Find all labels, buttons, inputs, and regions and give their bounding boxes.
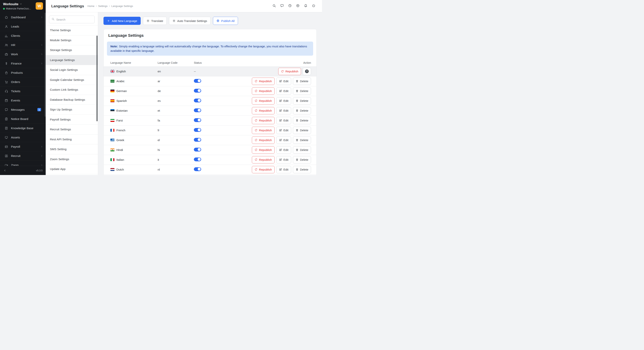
- sidebar-scrollbar[interactable]: [45, 13, 46, 117]
- republish-button-hindi[interactable]: Republish: [252, 146, 274, 154]
- status-toggle-spanish[interactable]: [194, 99, 201, 102]
- status-toggle-dutch[interactable]: [194, 167, 201, 171]
- republish-button-french[interactable]: Republish: [252, 127, 274, 134]
- translate-button[interactable]: Translate: [143, 17, 167, 25]
- republish-button-estonian[interactable]: Republish: [252, 107, 274, 114]
- republish-button-german[interactable]: Republish: [252, 87, 274, 95]
- action-cell: RepublishEditDelete: [252, 107, 311, 114]
- settings-nav-item-update-app[interactable]: Update App: [46, 164, 98, 174]
- sidebar-item-work[interactable]: Work: [0, 50, 46, 59]
- delete-button-greek[interactable]: Delete: [293, 136, 311, 144]
- status-toggle-arabic[interactable]: [194, 79, 201, 83]
- refresh-icon: [254, 109, 258, 112]
- delete-button-estonian[interactable]: Delete: [293, 107, 311, 114]
- edit-button-italian[interactable]: Edit: [276, 156, 291, 163]
- sidebar-item-hr[interactable]: HR: [0, 40, 46, 50]
- status-toggle-french[interactable]: [194, 128, 201, 132]
- sidebar-item-orders[interactable]: Orders: [0, 77, 46, 87]
- edit-button-spanish[interactable]: Edit: [276, 97, 291, 104]
- settings-nav-item-theme-settings[interactable]: Theme Settings: [46, 25, 98, 35]
- breadcrumb-item-settings[interactable]: Settings: [98, 4, 108, 7]
- search-button[interactable]: [272, 4, 276, 8]
- sidebar-item-notice-board[interactable]: Notice Board: [0, 114, 46, 124]
- delete-button-italian[interactable]: Delete: [293, 156, 311, 163]
- delete-button-arabic[interactable]: Delete: [293, 78, 311, 85]
- sidebar-item-knowledge-base[interactable]: Knowledge Base: [0, 124, 46, 133]
- sidebar-item-leads[interactable]: Leads: [0, 22, 46, 31]
- sidebar-item-finance[interactable]: Finance: [0, 59, 46, 68]
- sidebar-item-assets[interactable]: Assets: [0, 133, 46, 142]
- collapse-sidebar-button[interactable]: [4, 169, 6, 172]
- settings-search-input[interactable]: [56, 18, 92, 21]
- settings-nav-item-google-calendar-settings[interactable]: Google Calendar Settings: [46, 75, 98, 85]
- settings-nav-item-recruit-settings[interactable]: Recruit Settings: [46, 125, 98, 135]
- breadcrumb-item-language-settings[interactable]: Language Settings: [112, 4, 133, 7]
- sidebar-item-tickets[interactable]: Tickets: [0, 87, 46, 96]
- edit-button-arabic[interactable]: Edit: [276, 78, 291, 85]
- sidebar-item-label: Recruit: [11, 154, 38, 158]
- settings-nav-item-social-login-settings[interactable]: Social Login Settings: [46, 65, 98, 75]
- add-new-language-button[interactable]: Add New Language: [104, 17, 141, 25]
- breadcrumb-item-home[interactable]: Home: [88, 4, 94, 7]
- status-toggle-german[interactable]: [194, 89, 201, 93]
- republish-button-spanish[interactable]: Republish: [252, 97, 274, 104]
- delete-button-dutch[interactable]: Delete: [293, 166, 311, 173]
- edit-button-french[interactable]: Edit: [276, 127, 291, 134]
- republish-button-arabic[interactable]: Republish: [252, 78, 274, 85]
- delete-button-hindi[interactable]: Delete: [293, 146, 311, 154]
- republish-button-farsi[interactable]: Republish: [252, 117, 274, 124]
- sidebar-item-products[interactable]: Products: [0, 68, 46, 77]
- app-logo[interactable]: W: [36, 2, 43, 10]
- language-status-cell: [194, 138, 252, 142]
- settings-nav-item-sign-up-settings[interactable]: Sign Up Settings: [46, 105, 98, 115]
- delete-button-spanish[interactable]: Delete: [293, 97, 311, 104]
- settings-nav-item-custom-link-settings[interactable]: Custom Link Settings: [46, 85, 98, 95]
- power-button[interactable]: [312, 4, 316, 8]
- sidebar-item-events[interactable]: Events: [0, 96, 46, 105]
- delete-button-french[interactable]: Delete: [293, 127, 311, 134]
- edit-label: Edit: [284, 138, 288, 142]
- status-toggle-hindi[interactable]: [194, 148, 201, 151]
- workspace-switcher[interactable]: Worksuite: [3, 2, 31, 6]
- plus-circle-button[interactable]: [296, 4, 300, 8]
- sidebar-item-recruit[interactable]: Recruit: [0, 151, 46, 161]
- edit-button-dutch[interactable]: Edit: [276, 166, 291, 173]
- settings-nav-item-payroll-settings[interactable]: Payroll Settings: [46, 115, 98, 125]
- sidebar-item-messages[interactable]: Messages1: [0, 105, 46, 114]
- settings-nav-item-language-settings[interactable]: Language Settings: [46, 55, 98, 65]
- sidebar-item-clients[interactable]: Clients: [0, 31, 46, 40]
- edit-button-hindi[interactable]: Edit: [276, 146, 291, 154]
- delete-button-farsi[interactable]: Delete: [293, 117, 311, 124]
- republish-button-dutch[interactable]: Republish: [252, 166, 274, 173]
- auto-translate-settings-button[interactable]: Auto Translate Settings: [169, 17, 210, 25]
- edit-button-greek[interactable]: Edit: [276, 136, 291, 144]
- globe-icon: [216, 19, 220, 22]
- status-toggle-italian[interactable]: [194, 157, 201, 161]
- bell-button[interactable]: [304, 4, 308, 8]
- settings-nav-item-module-settings[interactable]: Module Settings: [46, 35, 98, 45]
- comment-button[interactable]: [280, 4, 284, 8]
- sidebar-item-payroll[interactable]: Payroll: [0, 142, 46, 151]
- sidebar-item-dashboard[interactable]: Dashboard: [0, 13, 46, 22]
- republish-button-english[interactable]: Republish: [278, 68, 301, 75]
- settings-nav-item-storage-settings[interactable]: Storage Settings: [46, 45, 98, 55]
- republish-button-italian[interactable]: Republish: [252, 156, 274, 163]
- edit-button-estonian[interactable]: Edit: [276, 107, 291, 114]
- settings-nav-item-database-backup-settings[interactable]: Database Backup Settings: [46, 95, 98, 105]
- help-button[interactable]: ?: [303, 68, 311, 75]
- settings-nav-item-sms-setting[interactable]: SMS Setting: [46, 144, 98, 154]
- dollar-icon: [4, 62, 8, 65]
- status-toggle-greek[interactable]: [194, 138, 201, 142]
- settings-nav-item-rest-api-setting[interactable]: Rest API Setting: [46, 135, 98, 145]
- settings-scrollbar[interactable]: [96, 36, 98, 121]
- delete-button-german[interactable]: Delete: [293, 87, 311, 95]
- edit-button-farsi[interactable]: Edit: [276, 117, 291, 124]
- publish-all-button[interactable]: Publish All: [213, 17, 238, 25]
- column-header-action: Action: [303, 61, 311, 64]
- settings-nav-item-zoom-settings[interactable]: Zoom Settings: [46, 154, 98, 164]
- status-toggle-estonian[interactable]: [194, 108, 201, 112]
- edit-button-german[interactable]: Edit: [276, 87, 291, 95]
- republish-button-greek[interactable]: Republish: [252, 136, 274, 144]
- status-toggle-farsi[interactable]: [194, 118, 201, 122]
- clock-button[interactable]: [288, 4, 292, 8]
